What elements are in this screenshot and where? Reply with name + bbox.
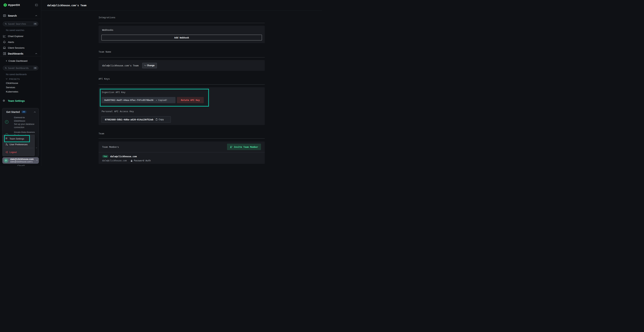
search-section-label: Search: [8, 14, 17, 17]
team-members-header: Team Members Invite Team Member: [98, 142, 265, 152]
you-badge: You: [102, 155, 108, 158]
sidebar-section-dashboards[interactable]: Dashboards: [0, 51, 41, 56]
laptop-icon: [3, 46, 6, 49]
shortcut-badge: ⌘K: [33, 67, 37, 70]
saved-dashboards-placeholder: Saved Dashboards: [8, 67, 33, 70]
step-subtitle: Set up your database: [14, 123, 34, 126]
member-detail-row: dale@clickhouse.com Password Auth: [98, 158, 265, 162]
sidebar-item-client-sessions[interactable]: Client Sessions: [0, 46, 41, 50]
api-keys-heading: API Keys: [98, 78, 265, 80]
create-dashboard-label: Create Dashboard: [8, 60, 27, 62]
dashboards-grid-icon: [3, 52, 6, 55]
pencil-icon: ✎: [144, 64, 146, 67]
arrow-right-icon: →: [35, 146, 38, 149]
avatar: D: [4, 158, 8, 163]
preset-item-clickhouse[interactable]: ClickHouse: [6, 82, 18, 84]
copied-label: Copied!: [158, 99, 168, 102]
bell-icon: [3, 40, 6, 44]
clipped-cloud-text: Cloud?: [17, 164, 25, 166]
step-title: Create Data Sources: [14, 131, 35, 134]
team-name-card: dale@clickhouse.com's Team ✎ Change: [98, 60, 265, 71]
chevron-up-icon: [35, 53, 37, 54]
gear-icon: ⚙: [5, 137, 8, 140]
member-auth-email: dale@clickhouse.com: [102, 160, 127, 162]
rotate-api-key-button[interactable]: Rotate API Key: [177, 97, 204, 103]
saved-searches-placeholder: Saved Searches: [8, 23, 33, 25]
sidebar: HyperDX Search Saved Searches ⌘K No save…: [0, 0, 41, 166]
presets-toggle[interactable]: PRESETS: [0, 78, 41, 80]
member-row: You dale@clickhouse.com: [98, 152, 265, 158]
sidebar-item-alerts[interactable]: Alerts: [0, 40, 41, 44]
webhooks-title: Webhooks: [102, 28, 262, 31]
sidebar-item-chart-explorer[interactable]: Chart Explorer: [0, 34, 41, 38]
shortcut-badge: ⌘K: [33, 22, 37, 25]
team-heading: Team: [98, 132, 265, 135]
page-title: dale@clickhouse.com's Team: [47, 4, 86, 7]
person-plus-icon: [230, 146, 232, 148]
ingestion-key-value: 8e887902-4ed7-44ea-8fec-f47cd578be36: [104, 99, 154, 102]
ingestion-api-key-title: Ingestion API Key: [102, 91, 126, 94]
presets-label: PRESETS: [9, 78, 20, 80]
gear-icon: ⚙: [3, 99, 5, 102]
chart-icon: [3, 35, 6, 38]
ingestion-key-chip: 8e887902-4ed7-44ea-8fec-f47cd578be36 ✓ C…: [102, 97, 176, 103]
menu-item-label: Team Settings: [10, 138, 24, 140]
invite-button-label: Invite Team Member: [234, 146, 258, 148]
clipboard-icon: [156, 118, 158, 121]
user-account-card[interactable]: D dale@clickhouse.com dale@clickhouse.co…: [2, 157, 39, 164]
sidebar-section-search[interactable]: Search: [0, 12, 41, 19]
copy-button[interactable]: Copy: [156, 118, 164, 121]
personal-api-key-title: Personal API Access Key: [102, 110, 134, 113]
app-name: HyperDX: [8, 4, 20, 6]
logout-icon: [5, 151, 8, 154]
chevron-up-icon[interactable]: [34, 112, 36, 113]
lock-icon: [130, 160, 132, 162]
user-team: dale@clickhouse.com's: [10, 160, 32, 163]
team-name-value: dale@clickhouse.com's Team: [102, 64, 139, 67]
user-preferences-icon: [5, 143, 8, 146]
menu-item-team-settings[interactable]: ⚙ Team Settings: [3, 137, 35, 141]
create-dashboard-button[interactable]: + Create Dashboard: [0, 59, 41, 62]
team-members-card: Team Members Invite Team Member You dale…: [98, 142, 265, 164]
search-icon: [5, 23, 7, 25]
chevron-down-icon: [6, 78, 8, 80]
copy-label: Copy: [159, 118, 164, 121]
integrations-heading: Integrations: [98, 16, 265, 19]
page-header: dale@clickhouse.com's Team: [41, 0, 322, 10]
progress-badge: 2/3: [21, 110, 27, 114]
webhooks-card: Webhooks Add Webhook: [98, 26, 265, 43]
menu-item-logout[interactable]: Logout: [3, 150, 35, 154]
menu-item-label: User Preferences: [10, 143, 28, 146]
saved-searches-input[interactable]: Saved Searches ⌘K: [3, 22, 38, 26]
personal-key-chip[interactable]: 87982668-58b1-4d6e-a620-014a136f52eb Cop…: [102, 116, 171, 123]
copied-indicator[interactable]: ✓ Copied!: [156, 99, 168, 102]
step-title: ClickHouse: [14, 120, 25, 122]
invite-team-member-button[interactable]: Invite Team Member: [227, 144, 261, 150]
saved-dashboards-input[interactable]: Saved Dashboards ⌘K: [3, 66, 38, 70]
check-icon: ✓: [156, 99, 157, 102]
sidebar-item-label: Chart Explorer: [8, 35, 24, 38]
team-name-heading: Team Name: [98, 50, 265, 53]
personal-key-value: 87982668-58b1-4d6e-a620-014a136f52eb: [105, 118, 153, 121]
user-email: dale@clickhouse.com: [10, 158, 34, 160]
sidebar-collapse-icon[interactable]: [35, 4, 38, 6]
hyperdx-logo-icon: [4, 3, 7, 7]
chevron-right-icon: ›: [36, 159, 38, 162]
section-divider: [98, 57, 265, 58]
sidebar-item-team-settings[interactable]: ⚙ Team Settings: [0, 99, 41, 103]
add-webhook-button[interactable]: Add Webhook: [102, 35, 262, 40]
no-saved-searches-text: No saved searches: [6, 29, 24, 32]
user-menu-popup: ⚙ Team Settings User Preferences Logout: [2, 135, 35, 156]
member-email: dale@clickhouse.com: [110, 155, 137, 158]
preset-item-kubernetes[interactable]: Kubernetes: [6, 90, 18, 93]
step-subtitle: connection: [14, 126, 24, 128]
change-team-name-button[interactable]: ✎ Change: [142, 63, 157, 68]
team-members-title: Team Members: [102, 146, 119, 148]
logo-row: HyperDX: [0, 2, 41, 9]
sidebar-item-label: Alerts: [8, 41, 14, 44]
change-button-label: Change: [147, 64, 154, 67]
section-divider: [98, 138, 265, 139]
menu-item-user-preferences[interactable]: User Preferences: [3, 142, 35, 147]
team-settings-label: Team Settings: [8, 100, 25, 102]
preset-item-services[interactable]: Services: [6, 86, 15, 89]
